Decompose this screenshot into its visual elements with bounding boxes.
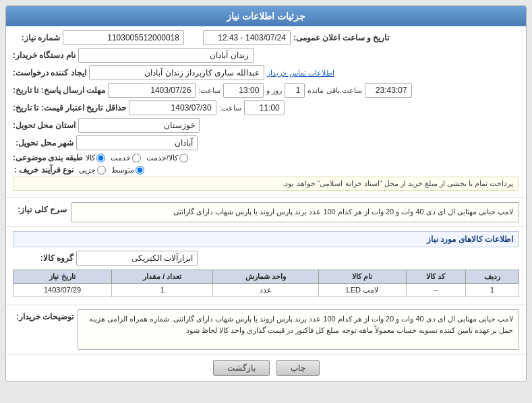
contact-link[interactable]: اطلاعات تماس خریدار: [267, 69, 334, 78]
cell-quantity: 1: [111, 283, 212, 297]
table-row: 1 -- لامپ LED عدد 1 1403/07/29: [13, 283, 519, 297]
date-label: تاریخ و ساعت اعلان عمومی:: [293, 33, 389, 42]
buyer-label: نام دستگاه خریدار:: [13, 51, 76, 60]
goods-group-value: ابزارآلات الکتریکی: [76, 251, 198, 266]
province-label: استان محل تحویل:: [13, 121, 76, 130]
price-time-value: 11:00: [244, 100, 285, 115]
col-code: کد کالا: [406, 270, 465, 283]
reply-remaining-label: ساعت باقی مانده: [307, 86, 361, 95]
buyer-notes-label: توضیحات خریدار:: [13, 309, 73, 321]
col-row: ردیف: [465, 270, 519, 283]
reply-time-label: ساعت:: [198, 86, 220, 95]
reply-time-value: 13:00: [223, 83, 264, 98]
goods-group-label: گروه کالا:: [13, 253, 73, 263]
col-quantity: تعداد / مقدار: [111, 270, 212, 283]
purchase-type-label: نوع فرآیند خریف :: [13, 165, 73, 175]
category-label: طبقه بندی موضوعی:: [13, 153, 83, 162]
need-number-value: 1103005512000018: [63, 30, 184, 45]
cell-code: --: [406, 283, 465, 297]
creator-value: عبدالله ساری کاربرداز زندان آبادان: [89, 65, 264, 80]
goods-table: ردیف کد کالا نام کالا واحد شمارش تعداد /…: [13, 270, 519, 297]
reply-days-value: 1: [285, 83, 305, 98]
reply-remaining-value: 23:43:07: [365, 83, 412, 98]
cell-unit: عدد: [213, 283, 319, 297]
need-description-value: لامپ حبابی مهتابی ال ای دی 40 وات و 20 و…: [71, 202, 519, 222]
creator-label: ایجاد کننده درخواست:: [13, 68, 86, 78]
col-unit: واحد شمارش: [213, 270, 319, 283]
cell-name: لامپ LED: [319, 283, 407, 297]
print-button[interactable]: چاپ: [276, 360, 320, 376]
category-service[interactable]: خدمت: [111, 154, 141, 162]
category-goods[interactable]: کالا: [86, 154, 105, 162]
buyer-notes-value: لامپ حبابی مهتابی ال ای دی 40 وات و 20 و…: [78, 309, 519, 350]
need-description-label: سرح کلی نیاز:: [13, 202, 67, 214]
city-value: آبادان: [76, 135, 198, 150]
goods-info-title: اطلاعات کالاهای مورد نیاز: [13, 231, 519, 247]
buyer-value: زندان آبادان: [78, 48, 254, 63]
reply-days-label: روز و: [266, 86, 282, 95]
cell-row: 1: [465, 283, 519, 297]
col-date: تاریخ نیاز: [13, 270, 112, 283]
cell-date: 1403/07/29: [13, 283, 112, 297]
purchase-note: پرداخت تمام یا بخشی از مبلغ خرید از محل …: [13, 177, 519, 191]
purchase-type-radio-group: متوسط جزیی: [79, 166, 144, 175]
price-deadline-label: حداقل تاریخ اعتبار قیمت: تا تاریخ:: [13, 103, 126, 113]
purchase-medium[interactable]: متوسط: [111, 166, 144, 175]
back-button[interactable]: بازگشت: [213, 360, 270, 376]
col-name: نام کالا: [319, 270, 407, 283]
category-goods-service[interactable]: کالا/خدمت: [146, 154, 188, 162]
reply-deadline-label: مهلت ارسال پاسخ: تا تاریخ:: [13, 86, 105, 95]
need-number-label: شماره نیاز:: [13, 33, 60, 42]
price-time-label: ساعت:: [219, 104, 241, 113]
purchase-partial[interactable]: جزیی: [79, 166, 106, 175]
action-buttons: چاپ بازگشت: [6, 354, 526, 381]
city-label: شهر محل تحویل:: [13, 138, 73, 148]
category-radio-group: کالا/خدمت خدمت کالا: [86, 154, 188, 162]
date-value: 1403/07/24 - 12:43: [203, 30, 291, 45]
reply-date-value: 1403/07/26: [108, 83, 196, 98]
price-date-value: 1403/07/30: [129, 100, 216, 115]
page-title: جزئیات اطلاعات نیاز: [6, 6, 526, 26]
province-value: خوزستان: [78, 118, 200, 133]
